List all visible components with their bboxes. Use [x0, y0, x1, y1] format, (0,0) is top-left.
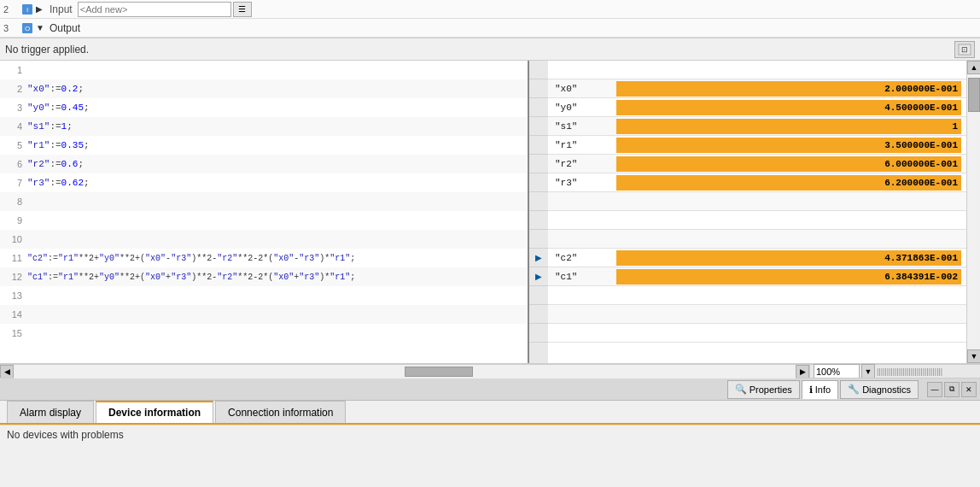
sep-2	[529, 79, 548, 98]
scroll-thumb-right[interactable]	[968, 78, 980, 112]
label-input: Input	[50, 3, 73, 15]
result-row-1	[548, 61, 966, 79]
input-icon: I	[20, 3, 34, 16]
h-scroll-track[interactable]	[14, 365, 796, 378]
sep-14	[529, 305, 548, 324]
result-row-13	[548, 286, 966, 305]
trigger-icon-btn[interactable]: ⊡	[954, 41, 975, 58]
svg-text:O: O	[25, 25, 30, 32]
code-line-13: 13	[0, 286, 528, 305]
row-num-3: 3	[3, 23, 20, 33]
arrow-c1: ▶	[535, 272, 542, 281]
app-window: 2 I ▶ Input ☰ 3 O ▼ Output No trigger ap…	[0, 0, 980, 487]
code-line-4: 4 "s1":=1;	[0, 117, 528, 136]
result-val-r3: 6.200000E-001	[616, 173, 966, 191]
result-row-11: "c2" 4.371863E-001	[548, 249, 966, 267]
main-editor-area: 1 2 "x0":=0.2; 3 "y0":=0.45; 4 "s1":=1;	[0, 61, 980, 364]
result-row-5: "r1" 3.500000E-001	[548, 136, 966, 155]
zoom-input[interactable]	[814, 364, 860, 379]
zoom-dropdown[interactable]: ▼	[861, 364, 875, 379]
bottom-panel: 🔍 Properties ℹ Info 🔧 Diagnostics — ⧉ ✕ …	[0, 378, 980, 443]
no-trigger-bar: No trigger applied. ⊡	[0, 38, 980, 61]
properties-tab-btn[interactable]: 🔍 Properties	[727, 380, 800, 399]
code-line-10: 10	[0, 230, 528, 249]
result-row-15	[548, 324, 966, 343]
win-minimize-btn[interactable]: —	[927, 382, 942, 397]
h-scroll-left-btn[interactable]: ◀	[0, 365, 14, 378]
result-key-y0: "y0"	[548, 103, 616, 113]
window-btns: — ⧉ ✕	[927, 382, 977, 397]
status-text: No devices with problems	[7, 429, 124, 441]
code-line-11: 11 "c2":="r1"**2+"y0"**2+("x0"-"r3")**2-…	[0, 249, 528, 267]
code-line-6: 6 "r2":=0.6;	[0, 155, 528, 173]
input-btn[interactable]: ☰	[233, 2, 252, 17]
code-line-15: 15	[0, 324, 528, 343]
result-val-x0: 2.000000E-001	[616, 79, 966, 97]
tab-alarm-label: Alarm display	[20, 407, 81, 419]
code-line-7: 7 "r3":=0.62;	[0, 173, 528, 192]
info-icon: ℹ	[809, 384, 813, 396]
diagnostics-tab-btn[interactable]: 🔧 Diagnostics	[840, 380, 919, 399]
expand-icon-3: ▼	[36, 23, 46, 32]
output-icon: O	[20, 21, 34, 35]
code-editor[interactable]: 1 2 "x0":=0.2; 3 "y0":=0.45; 4 "s1":=1;	[0, 61, 529, 363]
tree-row-output: 3 O ▼ Output	[0, 19, 980, 38]
result-row-10	[548, 230, 966, 249]
sep-8	[529, 192, 548, 211]
diagnostics-icon: 🔧	[848, 384, 860, 395]
sep-15	[529, 324, 548, 343]
result-row-7: "r3" 6.200000E-001	[548, 173, 966, 192]
sep-3	[529, 98, 548, 117]
result-val-1	[616, 61, 966, 79]
sep-7	[529, 173, 548, 192]
sep-6	[529, 155, 548, 173]
result-key-r3: "r3"	[548, 178, 616, 188]
code-line-9: 9	[0, 211, 528, 230]
sep-11: ▶	[529, 249, 548, 267]
code-line-2: 2 "x0":=0.2;	[0, 79, 528, 98]
h-scroll-right-btn[interactable]: ▶	[796, 365, 809, 378]
tree-row-input: 2 I ▶ Input ☰	[0, 0, 980, 19]
win-close-btn[interactable]: ✕	[961, 382, 977, 397]
result-key-x0: "x0"	[548, 84, 616, 94]
result-row-8	[548, 192, 966, 211]
result-row-14	[548, 305, 966, 324]
sep-10	[529, 230, 548, 249]
tab-alarm-display[interactable]: Alarm display	[7, 401, 94, 423]
top-tree-area: 2 I ▶ Input ☰ 3 O ▼ Output	[0, 0, 980, 38]
result-val-r1: 3.500000E-001	[616, 136, 966, 154]
h-scroll-thumb[interactable]	[405, 367, 473, 377]
result-key-c2: "c2"	[548, 253, 616, 263]
right-scrollbar[interactable]: ▲ ▼	[966, 61, 980, 363]
result-row-9	[548, 211, 966, 230]
add-new-input[interactable]	[78, 2, 231, 17]
result-val-s1: 1	[616, 117, 966, 135]
code-line-5: 5 "r1":=0.35;	[0, 136, 528, 155]
scroll-down-btn[interactable]: ▼	[967, 349, 980, 363]
tab-device-label: Device information	[108, 407, 201, 419]
status-bar: No devices with problems	[0, 425, 980, 443]
tab-device-information[interactable]: Device information	[96, 401, 213, 423]
scroll-up-btn[interactable]: ▲	[967, 61, 980, 74]
label-output: Output	[50, 22, 80, 34]
result-row-3: "y0" 4.500000E-001	[548, 98, 966, 117]
result-row-6: "r2" 6.000000E-001	[548, 155, 966, 173]
info-tab-btn[interactable]: ℹ Info	[802, 380, 838, 399]
scroll-track-right[interactable]	[967, 74, 980, 349]
code-line-8: 8	[0, 192, 528, 211]
sep-1	[529, 61, 548, 79]
arrow-c2: ▶	[535, 253, 542, 262]
tab-connection-information[interactable]: Connection information	[215, 401, 346, 423]
sep-5	[529, 136, 548, 155]
results-panel: "x0" 2.000000E-001 "y0" 4.500000E-001 "s…	[548, 61, 980, 363]
result-val-c1: 6.384391E-002	[616, 267, 966, 285]
result-key-s1: "s1"	[548, 121, 616, 132]
info-label: Info	[815, 384, 831, 395]
expand-icon-2: ▶	[36, 4, 46, 14]
h-scroll-bar[interactable]: ◀ ▶ ▼ |||||||||||||||||||||||||||||||||	[0, 364, 980, 378]
separator-col: ▶ ▶	[529, 61, 548, 363]
code-line-3: 3 "y0":=0.45;	[0, 98, 528, 117]
tab-connection-label: Connection information	[228, 407, 333, 419]
result-val-r2: 6.000000E-001	[616, 155, 966, 173]
win-float-btn[interactable]: ⧉	[944, 382, 960, 397]
